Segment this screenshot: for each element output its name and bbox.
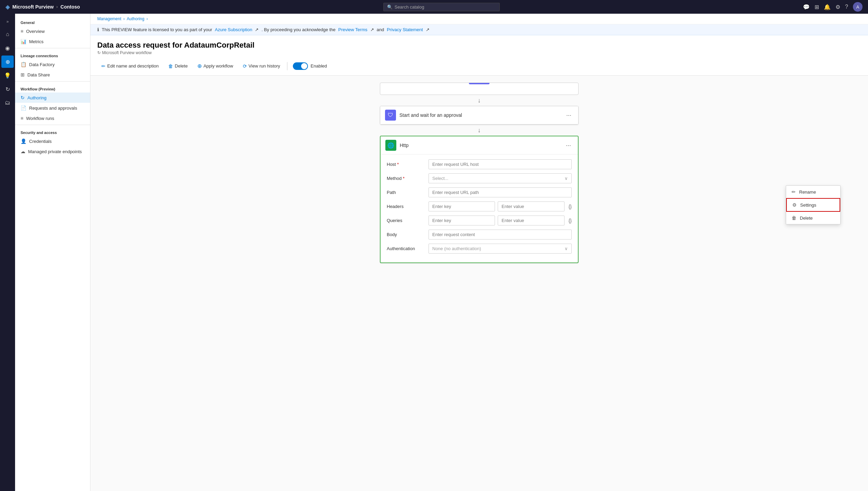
sidebar-icon-briefcase[interactable]: 🗂	[1, 97, 14, 109]
settings-label: Settings	[800, 202, 816, 208]
tenant-name: Contoso	[61, 4, 80, 10]
content-area: Management › Authoring › ℹ This PREVIEW …	[90, 14, 868, 491]
queries-braces[interactable]: {}	[569, 218, 572, 223]
divider-1	[15, 48, 90, 48]
http-fields: Host * Method * Select... ∨	[381, 155, 578, 262]
queries-value-input[interactable]	[498, 216, 564, 225]
body-input[interactable]	[429, 230, 572, 240]
sidebar-icon-home[interactable]: ⌂	[1, 28, 14, 40]
view-history-button[interactable]: ⟳ View run history	[239, 61, 284, 71]
edit-icon: ✏	[101, 63, 106, 69]
sidebar-item-authoring[interactable]: ↻ Authoring	[15, 93, 90, 103]
toolbar-divider	[287, 62, 287, 70]
context-menu: ✏ Rename ⚙ Settings 🗑 Delete	[786, 185, 841, 224]
message-icon[interactable]: 💬	[803, 4, 810, 10]
data-share-label: Data Share	[27, 72, 50, 77]
sidebar-item-requests[interactable]: 📄 Requests and approvals	[15, 103, 90, 113]
workflow-content: ↓ 🛡 Start and wait for an approval ··· ↓…	[97, 83, 861, 263]
field-row-auth: Authentication None (no authentication) …	[387, 244, 572, 254]
field-row-queries: Queries {}	[387, 216, 572, 225]
sidebar-item-metrics[interactable]: 📊 Metrics	[15, 36, 90, 47]
headers-braces[interactable]: {}	[569, 204, 572, 209]
body-label: Body	[387, 232, 424, 237]
sidebar-icon-scan[interactable]: ◉	[1, 42, 14, 54]
host-required: *	[397, 162, 399, 167]
sidebar-item-data-factory[interactable]: 📋 Data Factory	[15, 59, 90, 70]
sidebar-icon-insights[interactable]: 💡	[1, 69, 14, 82]
enabled-toggle[interactable]	[293, 62, 308, 70]
topbar-actions: 💬 ⊞ 🔔 ⚙ ? A	[803, 2, 863, 12]
headers-value-input[interactable]	[498, 201, 564, 211]
privacy-statement-link[interactable]: Privacy Statement	[387, 27, 423, 32]
settings-icon[interactable]: ⚙	[835, 4, 840, 10]
connector-1: ↓	[478, 95, 481, 106]
http-block-icon: 🌐	[385, 140, 396, 151]
general-section-label: General	[15, 16, 90, 26]
metrics-label: Metrics	[29, 39, 44, 44]
avatar[interactable]: A	[853, 2, 863, 12]
sidebar-item-overview[interactable]: ≡ Overview	[15, 26, 90, 36]
apply-workflow-button[interactable]: ⊕ Apply workflow	[193, 61, 237, 71]
http-block: 🌐 Http ··· Host * Method *	[380, 136, 579, 263]
expand-sidebar-button[interactable]: »	[4, 16, 12, 27]
method-placeholder: Select...	[432, 176, 448, 181]
grid-icon[interactable]: ⊞	[815, 4, 819, 10]
headers-key-input[interactable]	[429, 201, 495, 211]
toolbar: ✏ Edit name and description 🗑 Delete ⊕ A…	[90, 58, 868, 76]
method-label: Method *	[387, 176, 424, 181]
help-icon[interactable]: ?	[845, 4, 848, 10]
main-layout: » ⌂ ◉ ⊕ 💡 ↻ 🗂 General ≡ Overview 📊 Metri…	[0, 14, 868, 491]
delete-button[interactable]: 🗑 Delete	[164, 61, 192, 71]
edit-button[interactable]: ✏ Edit name and description	[97, 61, 163, 71]
queries-label: Queries	[387, 218, 424, 223]
method-chevron: ∨	[565, 176, 568, 181]
topbar-brand: ◈ Microsoft Purview › Contoso	[5, 4, 80, 10]
topbar: ◈ Microsoft Purview › Contoso 🔍 Search c…	[0, 0, 868, 14]
method-required: *	[403, 176, 405, 181]
field-row-path: Path	[387, 187, 572, 197]
preview-terms-link[interactable]: Preview Terms	[338, 27, 367, 32]
sidebar-item-credentials[interactable]: 👤 Credentials	[15, 136, 90, 146]
sidebar-item-workflow-runs[interactable]: ≡ Workflow runs	[15, 113, 90, 123]
brand-chevron: ›	[57, 4, 58, 9]
workflow-section-label: Workflow (Preview)	[15, 83, 90, 93]
toggle-label: Enabled	[311, 63, 327, 69]
queries-key-input[interactable]	[429, 216, 495, 225]
breadcrumb-management[interactable]: Management	[97, 16, 121, 21]
divider-2	[15, 81, 90, 82]
path-input[interactable]	[429, 187, 572, 197]
page-title: Data access request for AdataumCorpRetai…	[97, 41, 861, 50]
method-select[interactable]: Select... ∨	[429, 173, 572, 183]
approval-block-more[interactable]: ···	[564, 111, 573, 120]
http-block-more[interactable]: ···	[564, 141, 573, 150]
auth-select[interactable]: None (no authentication) ∨	[429, 244, 572, 254]
requests-icon: 📄	[21, 105, 26, 111]
azure-subscription-link[interactable]: Azure Subscription	[215, 27, 252, 32]
sidebar-item-private-endpoints[interactable]: ☁ Managed private endpoints	[15, 146, 90, 157]
context-menu-rename[interactable]: ✏ Rename	[786, 186, 840, 198]
overview-icon: ≡	[21, 28, 23, 34]
sidebar-item-data-share[interactable]: ⊞ Data Share	[15, 70, 90, 80]
context-menu-settings[interactable]: ⚙ Settings	[786, 198, 840, 212]
breadcrumb-authoring[interactable]: Authoring	[127, 16, 144, 21]
field-row-headers: Headers {}	[387, 201, 572, 211]
top-partial-block	[380, 83, 579, 95]
path-label: Path	[387, 190, 424, 195]
sidebar-icon-workflow[interactable]: ↻	[1, 83, 14, 95]
context-menu-delete[interactable]: 🗑 Delete	[786, 212, 840, 224]
overview-label: Overview	[26, 29, 45, 34]
breadcrumb-sep2: ›	[146, 16, 148, 21]
delete-menu-icon: 🗑	[792, 215, 796, 221]
search-bar[interactable]: 🔍 Search catalog	[383, 3, 500, 11]
field-row-host: Host *	[387, 159, 572, 169]
http-block-header: 🌐 Http ···	[381, 136, 578, 155]
subtitle-icon: ↻	[97, 50, 101, 55]
connector-2: ↓	[478, 125, 481, 136]
banner-text-middle: . By proceeding you acknowledge the	[261, 27, 335, 32]
sidebar-icon-catalog[interactable]: ⊕	[1, 56, 14, 68]
page-subtitle: ↻ Microsoft Purview workflow	[97, 50, 861, 55]
auth-label: Authentication	[387, 246, 424, 251]
host-label: Host *	[387, 162, 424, 167]
notification-icon[interactable]: 🔔	[824, 4, 831, 10]
host-input[interactable]	[429, 159, 572, 169]
